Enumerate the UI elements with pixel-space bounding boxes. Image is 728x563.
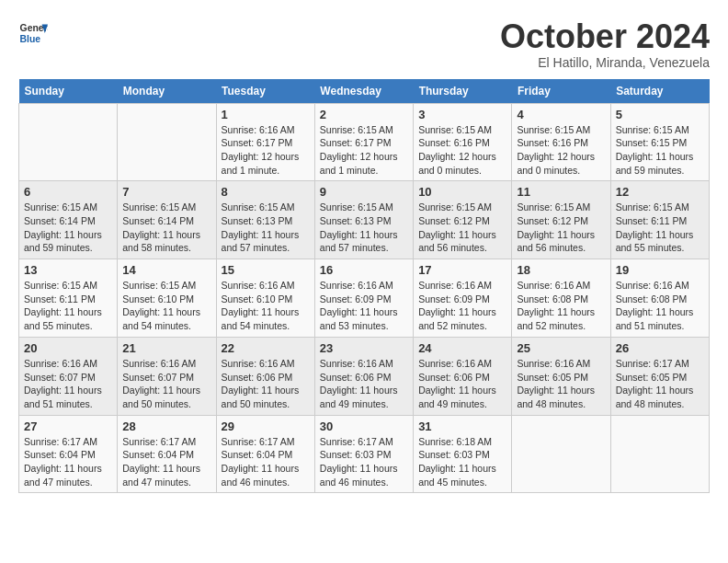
calendar-cell: 15Sunrise: 6:16 AM Sunset: 6:10 PM Dayli… — [216, 259, 314, 338]
day-number: 31 — [418, 419, 506, 433]
day-info: Sunrise: 6:15 AM Sunset: 6:15 PM Dayligh… — [616, 123, 704, 178]
calendar-week-row: 20Sunrise: 6:16 AM Sunset: 6:07 PM Dayli… — [19, 337, 710, 415]
day-number: 4 — [517, 108, 605, 121]
day-number: 23 — [320, 341, 408, 355]
day-info: Sunrise: 6:15 AM Sunset: 6:11 PM Dayligh… — [24, 279, 112, 333]
calendar-cell: 17Sunrise: 6:16 AM Sunset: 6:09 PM Dayli… — [414, 259, 512, 338]
day-number: 8 — [222, 185, 310, 199]
calendar-cell: 20Sunrise: 6:16 AM Sunset: 6:07 PM Dayli… — [19, 337, 118, 415]
calendar-cell: 8Sunrise: 6:15 AM Sunset: 6:13 PM Daylig… — [216, 181, 314, 259]
calendar-cell: 2Sunrise: 6:15 AM Sunset: 6:17 PM Daylig… — [314, 103, 413, 181]
day-info: Sunrise: 6:16 AM Sunset: 6:07 PM Dayligh… — [122, 357, 210, 411]
day-info: Sunrise: 6:16 AM Sunset: 6:08 PM Dayligh… — [517, 279, 605, 333]
calendar-cell — [19, 103, 118, 181]
day-number: 16 — [320, 263, 408, 277]
day-number: 19 — [616, 263, 704, 277]
day-info: Sunrise: 6:15 AM Sunset: 6:14 PM Dayligh… — [122, 201, 210, 255]
day-number: 10 — [418, 185, 506, 199]
logo: General Blue — [18, 18, 48, 48]
calendar-cell: 29Sunrise: 6:17 AM Sunset: 6:04 PM Dayli… — [216, 415, 314, 493]
weekday-header: Monday — [118, 79, 216, 104]
day-number: 15 — [222, 263, 310, 277]
day-info: Sunrise: 6:15 AM Sunset: 6:16 PM Dayligh… — [418, 123, 506, 178]
day-info: Sunrise: 6:16 AM Sunset: 6:17 PM Dayligh… — [222, 123, 310, 178]
logo-icon: General Blue — [18, 18, 48, 48]
day-number: 18 — [517, 263, 605, 277]
day-number: 5 — [616, 108, 704, 121]
day-number: 22 — [222, 341, 310, 355]
calendar-cell: 31Sunrise: 6:18 AM Sunset: 6:03 PM Dayli… — [414, 415, 512, 493]
page-header: General Blue October 2024 El Hatillo, Mi… — [18, 18, 710, 70]
day-info: Sunrise: 6:17 AM Sunset: 6:04 PM Dayligh… — [122, 435, 210, 489]
calendar-cell: 23Sunrise: 6:16 AM Sunset: 6:06 PM Dayli… — [314, 337, 413, 415]
calendar-cell: 14Sunrise: 6:15 AM Sunset: 6:10 PM Dayli… — [118, 259, 216, 338]
calendar-cell: 25Sunrise: 6:16 AM Sunset: 6:05 PM Dayli… — [512, 337, 610, 415]
weekday-header: Sunday — [19, 79, 118, 104]
weekday-header: Saturday — [610, 79, 709, 104]
calendar-cell: 7Sunrise: 6:15 AM Sunset: 6:14 PM Daylig… — [118, 181, 216, 259]
calendar-cell: 13Sunrise: 6:15 AM Sunset: 6:11 PM Dayli… — [19, 259, 118, 338]
day-info: Sunrise: 6:16 AM Sunset: 6:06 PM Dayligh… — [418, 357, 506, 411]
calendar-cell: 16Sunrise: 6:16 AM Sunset: 6:09 PM Dayli… — [314, 259, 413, 338]
day-info: Sunrise: 6:15 AM Sunset: 6:10 PM Dayligh… — [122, 279, 210, 333]
day-number: 29 — [222, 419, 310, 433]
calendar-cell: 6Sunrise: 6:15 AM Sunset: 6:14 PM Daylig… — [19, 181, 118, 259]
day-info: Sunrise: 6:16 AM Sunset: 6:06 PM Dayligh… — [320, 357, 408, 411]
day-info: Sunrise: 6:16 AM Sunset: 6:05 PM Dayligh… — [517, 357, 605, 411]
day-info: Sunrise: 6:15 AM Sunset: 6:13 PM Dayligh… — [320, 201, 408, 255]
day-info: Sunrise: 6:16 AM Sunset: 6:07 PM Dayligh… — [24, 357, 112, 411]
calendar-cell: 28Sunrise: 6:17 AM Sunset: 6:04 PM Dayli… — [118, 415, 216, 493]
day-number: 12 — [616, 185, 704, 199]
calendar-cell: 4Sunrise: 6:15 AM Sunset: 6:16 PM Daylig… — [512, 103, 610, 181]
day-info: Sunrise: 6:18 AM Sunset: 6:03 PM Dayligh… — [418, 435, 506, 489]
weekday-header: Wednesday — [314, 79, 413, 104]
calendar-cell — [118, 103, 216, 181]
calendar-cell: 27Sunrise: 6:17 AM Sunset: 6:04 PM Dayli… — [19, 415, 118, 493]
day-number: 1 — [222, 108, 310, 121]
day-info: Sunrise: 6:16 AM Sunset: 6:06 PM Dayligh… — [222, 357, 310, 411]
calendar-cell: 18Sunrise: 6:16 AM Sunset: 6:08 PM Dayli… — [512, 259, 610, 338]
day-info: Sunrise: 6:15 AM Sunset: 6:13 PM Dayligh… — [222, 201, 310, 255]
location-subtitle: El Hatillo, Miranda, Venezuela — [500, 55, 710, 70]
calendar-week-row: 27Sunrise: 6:17 AM Sunset: 6:04 PM Dayli… — [19, 415, 710, 493]
day-info: Sunrise: 6:15 AM Sunset: 6:16 PM Dayligh… — [517, 123, 605, 178]
day-info: Sunrise: 6:17 AM Sunset: 6:03 PM Dayligh… — [320, 435, 408, 489]
day-info: Sunrise: 6:16 AM Sunset: 6:09 PM Dayligh… — [320, 279, 408, 333]
svg-text:Blue: Blue — [20, 34, 41, 44]
day-number: 28 — [122, 419, 210, 433]
calendar-week-row: 6Sunrise: 6:15 AM Sunset: 6:14 PM Daylig… — [19, 181, 710, 259]
calendar-week-row: 13Sunrise: 6:15 AM Sunset: 6:11 PM Dayli… — [19, 259, 710, 338]
day-number: 9 — [320, 185, 408, 199]
day-info: Sunrise: 6:17 AM Sunset: 6:05 PM Dayligh… — [616, 357, 704, 411]
day-number: 6 — [24, 185, 112, 199]
day-info: Sunrise: 6:15 AM Sunset: 6:17 PM Dayligh… — [320, 123, 408, 178]
calendar-table: SundayMondayTuesdayWednesdayThursdayFrid… — [18, 79, 710, 494]
calendar-cell: 21Sunrise: 6:16 AM Sunset: 6:07 PM Dayli… — [118, 337, 216, 415]
calendar-cell — [512, 415, 610, 493]
day-number: 14 — [122, 263, 210, 277]
title-section: October 2024 El Hatillo, Miranda, Venezu… — [500, 18, 710, 70]
day-info: Sunrise: 6:15 AM Sunset: 6:11 PM Dayligh… — [616, 201, 704, 255]
calendar-cell: 12Sunrise: 6:15 AM Sunset: 6:11 PM Dayli… — [610, 181, 709, 259]
day-number: 24 — [418, 341, 506, 355]
calendar-cell: 11Sunrise: 6:15 AM Sunset: 6:12 PM Dayli… — [512, 181, 610, 259]
calendar-cell: 26Sunrise: 6:17 AM Sunset: 6:05 PM Dayli… — [610, 337, 709, 415]
day-number: 30 — [320, 419, 408, 433]
day-number: 3 — [418, 108, 506, 121]
day-number: 25 — [517, 341, 605, 355]
calendar-cell: 1Sunrise: 6:16 AM Sunset: 6:17 PM Daylig… — [216, 103, 314, 181]
calendar-cell — [610, 415, 709, 493]
day-number: 11 — [517, 185, 605, 199]
day-info: Sunrise: 6:16 AM Sunset: 6:08 PM Dayligh… — [616, 279, 704, 333]
day-info: Sunrise: 6:17 AM Sunset: 6:04 PM Dayligh… — [24, 435, 112, 489]
calendar-week-row: 1Sunrise: 6:16 AM Sunset: 6:17 PM Daylig… — [19, 103, 710, 181]
day-number: 26 — [616, 341, 704, 355]
day-number: 17 — [418, 263, 506, 277]
day-number: 2 — [320, 108, 408, 121]
calendar-cell: 10Sunrise: 6:15 AM Sunset: 6:12 PM Dayli… — [414, 181, 512, 259]
month-title: October 2024 — [500, 18, 710, 55]
day-number: 20 — [24, 341, 112, 355]
weekday-header: Friday — [512, 79, 610, 104]
day-number: 7 — [122, 185, 210, 199]
calendar-header-row: SundayMondayTuesdayWednesdayThursdayFrid… — [19, 79, 710, 104]
